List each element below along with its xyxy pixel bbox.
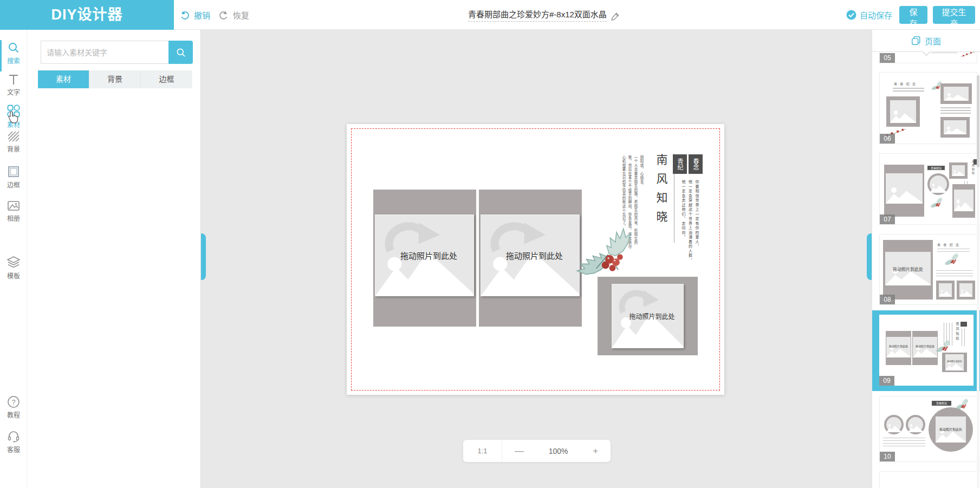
sidebar-item-template[interactable]: 模板 bbox=[0, 256, 27, 280]
mini-dropzone-label: 拖动照片到此处 bbox=[883, 266, 933, 272]
mini-circle-slot bbox=[884, 415, 904, 434]
badge-right-column: 春念 bbox=[689, 154, 703, 174]
sidebar-item-support[interactable]: 客服 bbox=[0, 430, 27, 454]
sidebar-item-label: 模板 bbox=[0, 271, 27, 280]
mini-text-lines bbox=[931, 53, 957, 55]
background-hatch-icon bbox=[7, 131, 20, 142]
save-button[interactable]: 保存 bbox=[899, 6, 927, 24]
zoom-fit-button[interactable]: 1:1 bbox=[463, 440, 502, 462]
document-title-area: 青春期部曲之珍爱妙方#-8x12双面水晶 bbox=[468, 8, 620, 22]
mini-album-title: 青 · 春 · 纪 · 念 bbox=[894, 81, 916, 86]
mini-text-lines bbox=[883, 438, 925, 447]
mini-title-chip: 青春纪念 bbox=[932, 401, 951, 406]
redo-icon bbox=[218, 10, 229, 21]
submit-production-button[interactable]: 提交生产 bbox=[933, 6, 975, 24]
mini-photo-slot: 拖动照片到此处 bbox=[942, 353, 967, 372]
question-circle-icon: ? bbox=[7, 395, 20, 408]
design-page: 拖动照片到此处 拖动照片到此处 拖动照片到此处 阴阳墙，心结苔， 一个人总要走陌… bbox=[347, 124, 724, 395]
mini-holly bbox=[935, 339, 953, 354]
photo-slot-2[interactable]: 拖动照片到此处 bbox=[479, 190, 582, 327]
badge-left-column: 青纪 bbox=[673, 154, 687, 174]
page-number-badge: 09 bbox=[879, 376, 894, 386]
page-number-badge: 08 bbox=[880, 295, 895, 304]
mini-holly bbox=[930, 196, 945, 209]
collapse-right-panel-handle[interactable] bbox=[867, 233, 872, 280]
sidebar-item-tutorial[interactable]: ? 教程 bbox=[0, 395, 27, 419]
undo-button[interactable]: 撤销 bbox=[179, 0, 210, 30]
mini-dropzone-label: 拖动照片到此处 bbox=[929, 427, 973, 432]
search-button[interactable] bbox=[168, 41, 193, 64]
document-title[interactable]: 青春期部曲之珍爱妙方#-8x12双面水晶 bbox=[468, 8, 607, 22]
border-frame-icon bbox=[7, 165, 20, 178]
page-thumbnail-07[interactable]: 青春纪念 南风知晓 07 bbox=[879, 153, 977, 225]
tab-material[interactable]: 素材 bbox=[38, 70, 89, 88]
sidebar-item-label: 背景 bbox=[0, 144, 27, 153]
holly-berries-illustration[interactable] bbox=[573, 222, 642, 283]
vertical-title[interactable]: 南风知晓 bbox=[653, 154, 674, 243]
collapse-left-panel-handle[interactable] bbox=[201, 233, 206, 280]
photo-dropzone[interactable]: 拖动照片到此处 bbox=[481, 214, 580, 296]
sidebar-item-text[interactable]: 文字 bbox=[0, 74, 27, 96]
sidebar-item-material[interactable]: 素材 bbox=[0, 104, 27, 129]
pages-scrollbar[interactable] bbox=[977, 74, 979, 488]
sidebar-item-label: 相册 bbox=[0, 213, 27, 223]
pages-title: 页面 bbox=[925, 35, 941, 47]
pages-panel: 页面 05 青 · 春 · 纪 · 念 06 bbox=[872, 30, 980, 488]
youth-memorial-badge[interactable]: 青纪 春念 bbox=[673, 154, 703, 174]
sidebar-item-album[interactable]: 相册 bbox=[0, 200, 27, 223]
zoom-in-button[interactable]: + bbox=[593, 446, 598, 457]
page-thumbnail-08[interactable]: 拖动照片到此处 青 · 春 · 纪 · 念 08 bbox=[879, 234, 977, 305]
text-icon bbox=[7, 74, 20, 86]
mini-holly bbox=[944, 252, 961, 266]
design-canvas[interactable]: 拖动照片到此处 拖动照片到此处 拖动照片到此处 阴阳墙，心结苔， 一个人总要走陌… bbox=[201, 30, 872, 488]
page-number-badge: 06 bbox=[880, 134, 895, 144]
zoom-level-value: 100% bbox=[549, 447, 568, 456]
page-thumbnail-10[interactable]: 青春纪念 拖动照片到此处 10 bbox=[879, 396, 977, 462]
sidebar-item-search[interactable]: 搜索 bbox=[0, 41, 27, 65]
mini-photo-slot bbox=[952, 184, 975, 218]
check-circle-icon bbox=[846, 10, 856, 20]
photo-dropzone[interactable]: 拖动照片到此处 bbox=[612, 284, 684, 348]
undo-icon bbox=[179, 10, 190, 21]
mini-photo-frame bbox=[936, 281, 955, 300]
mini-badge-square bbox=[960, 322, 967, 327]
search-input[interactable] bbox=[41, 41, 168, 64]
sidebar-item-label: 素材 bbox=[0, 120, 27, 129]
page-thumbnail-09[interactable]: 拖动照片到此处 拖动照片到此处 南风知晓 拖动照片到此处 09 bbox=[879, 315, 973, 386]
mini-dropzone-label: 拖动照片到此处 bbox=[886, 344, 911, 348]
page-thumbnail-06[interactable]: 青 · 春 · 纪 · 念 06 bbox=[879, 72, 977, 144]
material-panel: 素材 背景 边框 bbox=[27, 30, 201, 488]
vertical-quote-right[interactable]: 你要相信世界上一定有你的爱人， 他一定会穿越这个世界上汹涌着的人群， 他一定会走… bbox=[680, 180, 700, 275]
autosave-indicator[interactable]: 自动保存 bbox=[846, 0, 892, 30]
photo-slot-3[interactable]: 拖动照片到此处 bbox=[598, 277, 698, 355]
mini-title-chip: 青春纪念 bbox=[927, 166, 945, 170]
tab-border[interactable]: 边框 bbox=[141, 70, 192, 88]
top-bar: DIY设计器 撤销 恢复 青春期部曲之珍爱妙方#-8x12双面水晶 自动保存 保… bbox=[0, 0, 980, 30]
autosave-label: 自动保存 bbox=[860, 9, 892, 21]
page-thumbnail-partial[interactable] bbox=[879, 471, 977, 488]
active-page-highlight: 拖动照片到此处 拖动照片到此处 南风知晓 拖动照片到此处 09 bbox=[872, 310, 980, 391]
sidebar-item-background[interactable]: 背景 bbox=[0, 131, 27, 153]
redo-button[interactable]: 恢复 bbox=[218, 0, 249, 30]
page-number-badge: 05 bbox=[880, 53, 895, 63]
dropzone-label: 拖动照片到此处 bbox=[375, 250, 473, 261]
panel-tabs: 素材 背景 边框 bbox=[38, 70, 192, 88]
sidebar-item-border[interactable]: 边框 bbox=[0, 165, 27, 189]
mini-text-lines bbox=[936, 270, 973, 277]
photo-slot-1[interactable]: 拖动照片到此处 bbox=[373, 190, 476, 327]
tab-background[interactable]: 背景 bbox=[89, 70, 141, 88]
sidebar-item-label: 教程 bbox=[0, 410, 27, 419]
page-thumbnail-list[interactable]: 05 青 · 春 · 纪 · 念 06 青春纪念 bbox=[872, 52, 980, 488]
zoom-out-button[interactable]: — bbox=[515, 446, 524, 457]
material-search bbox=[41, 41, 193, 64]
mini-berry-branch bbox=[960, 52, 977, 58]
mini-photo-frame bbox=[949, 162, 968, 179]
mini-photo-frame bbox=[940, 117, 970, 138]
photo-dropzone[interactable]: 拖动照片到此处 bbox=[375, 214, 474, 296]
mini-photo-frame bbox=[886, 96, 920, 127]
dropzone-label: 拖动照片到此处 bbox=[612, 311, 683, 321]
tool-rail: 搜索 文字 素材 背景 边框 bbox=[0, 30, 27, 488]
sidebar-item-label: 搜索 bbox=[0, 56, 27, 65]
mini-album-title: 青 · 春 · 纪 · 念 bbox=[937, 242, 959, 247]
edit-pencil-icon[interactable] bbox=[610, 11, 620, 22]
